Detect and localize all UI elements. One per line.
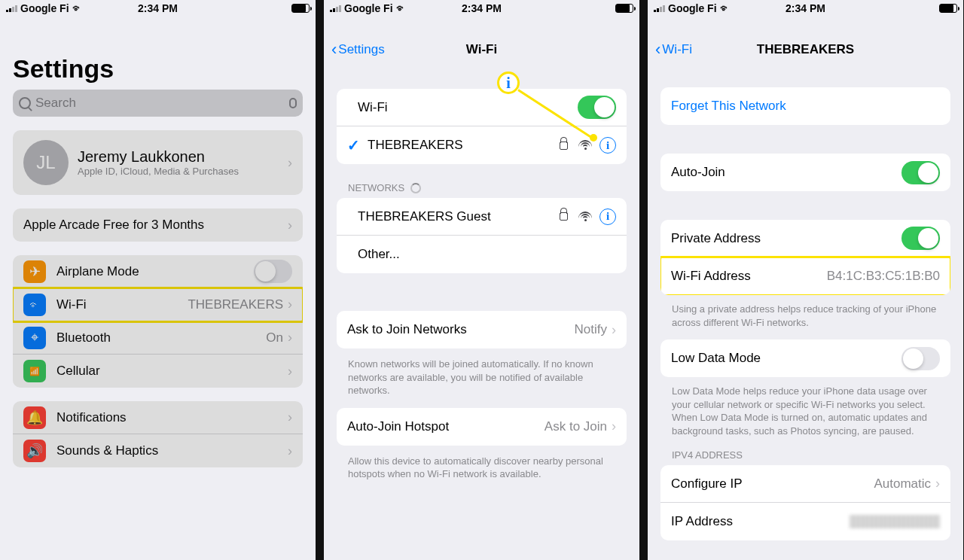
auto-hotspot-footer: Allow this device to automatically disco… bbox=[324, 450, 639, 492]
signal-icon bbox=[6, 5, 17, 12]
wifi-address-cell: Wi-Fi Address B4:1C:B3:C5:1B:B0 bbox=[660, 257, 950, 295]
notifications-icon: 🔔 bbox=[23, 406, 46, 429]
chevron-icon: › bbox=[288, 364, 292, 379]
wifi-toggle-cell: Wi-Fi bbox=[337, 89, 627, 126]
bluetooth-value: On bbox=[266, 330, 283, 345]
time-label: 2:34 PM bbox=[138, 2, 178, 14]
notifications-label: Notifications bbox=[56, 410, 283, 425]
back-button[interactable]: ‹ Settings bbox=[331, 40, 385, 59]
auto-join-label: Auto-Join bbox=[671, 165, 901, 180]
spinner-icon bbox=[410, 183, 421, 193]
chevron-icon: › bbox=[288, 409, 292, 425]
phone-1-settings: Google Fi ᯤ 2:34 PM Settings Search JL J… bbox=[0, 0, 316, 560]
chevron-icon: › bbox=[935, 476, 940, 492]
notifications-cell[interactable]: 🔔 Notifications › bbox=[13, 401, 303, 434]
configure-ip-cell[interactable]: Configure IP Automatic › bbox=[660, 465, 950, 503]
airplane-cell[interactable]: ✈ Airplane Mode bbox=[13, 255, 303, 288]
airplane-label: Airplane Mode bbox=[56, 264, 254, 279]
callout-dot bbox=[590, 134, 597, 142]
nav-bar: ‹ Settings Wi-Fi bbox=[324, 33, 639, 66]
status-bar: Google Fi ᯤ 2:34 PM bbox=[648, 0, 963, 17]
cellular-label: Cellular bbox=[56, 364, 283, 379]
back-button[interactable]: ‹ Wi-Fi bbox=[655, 40, 692, 59]
network-cell-guest[interactable]: THEBREAKERS Guest i bbox=[337, 198, 627, 236]
profile-subtitle: Apple ID, iCloud, Media & Purchases bbox=[78, 166, 283, 177]
configure-ip-label: Configure IP bbox=[671, 476, 874, 492]
ask-join-label: Ask to Join Networks bbox=[347, 322, 575, 337]
back-label: Settings bbox=[338, 42, 384, 57]
phone-3-network-detail: Google Fi ᯤ 2:34 PM ‹ Wi-Fi THEBREAKERS … bbox=[648, 0, 963, 560]
lock-icon bbox=[560, 142, 568, 150]
wifi-status-icon: ᯤ bbox=[396, 2, 407, 14]
low-data-toggle[interactable] bbox=[901, 347, 940, 370]
promo-cell[interactable]: Apple Arcade Free for 3 Months › bbox=[13, 208, 303, 242]
low-data-footer: Low Data Mode helps reduce your iPhone d… bbox=[648, 380, 963, 448]
carrier-label: Google Fi bbox=[20, 2, 69, 14]
configure-ip-value: Automatic bbox=[874, 476, 931, 492]
battery-icon bbox=[939, 4, 957, 13]
wifi-toggle[interactable] bbox=[578, 96, 616, 119]
page-title: Settings bbox=[0, 17, 316, 90]
airplane-icon: ✈ bbox=[23, 260, 46, 283]
callout-info-icon: i bbox=[497, 72, 520, 94]
search-input[interactable]: Search bbox=[13, 90, 303, 117]
private-address-label: Private Address bbox=[671, 231, 901, 246]
bluetooth-label: Bluetooth bbox=[56, 330, 266, 345]
time-label: 2:34 PM bbox=[462, 2, 502, 14]
carrier-label: Google Fi bbox=[668, 2, 717, 14]
search-placeholder: Search bbox=[35, 96, 285, 111]
mic-icon[interactable] bbox=[289, 98, 297, 108]
low-data-cell: Low Data Mode bbox=[660, 339, 950, 377]
network-name: THEBREAKERS Guest bbox=[347, 209, 560, 224]
time-label: 2:34 PM bbox=[786, 2, 825, 14]
forget-network-cell[interactable]: Forget This Network bbox=[660, 87, 950, 125]
other-label: Other... bbox=[347, 247, 616, 262]
phone-2-wifi-list: Google Fi ᯤ 2:34 PM ‹ Settings Wi-Fi i W… bbox=[324, 0, 639, 560]
back-chevron-icon: ‹ bbox=[655, 40, 660, 59]
sounds-label: Sounds & Haptics bbox=[56, 443, 283, 458]
settings-content: Settings Search JL Jeremy Laukkonen Appl… bbox=[0, 17, 316, 467]
ip-address-value-redacted bbox=[850, 515, 940, 528]
wifi-signal-icon bbox=[578, 140, 592, 151]
ask-join-footer: Known networks will be joined automatica… bbox=[324, 353, 639, 408]
nav-title: THEBREAKERS bbox=[757, 42, 854, 57]
chevron-icon: › bbox=[288, 330, 292, 345]
info-button[interactable]: i bbox=[599, 137, 616, 154]
other-network-cell[interactable]: Other... bbox=[337, 236, 627, 273]
promo-label: Apple Arcade Free for 3 Months bbox=[23, 218, 283, 233]
status-bar: Google Fi ᯤ 2:34 PM bbox=[324, 0, 639, 17]
auto-hotspot-label: Auto-Join Hotspot bbox=[347, 419, 545, 434]
auto-join-cell: Auto-Join bbox=[660, 154, 950, 191]
auto-hotspot-cell[interactable]: Auto-Join Hotspot Ask to Join › bbox=[337, 408, 627, 446]
ask-join-value: Notify bbox=[575, 322, 607, 337]
ask-to-join-cell[interactable]: Ask to Join Networks Notify › bbox=[337, 311, 627, 348]
airplane-toggle[interactable] bbox=[254, 260, 292, 283]
wifi-address-label: Wi-Fi Address bbox=[671, 269, 827, 284]
chevron-icon: › bbox=[612, 322, 616, 338]
private-address-footer: Using a private address helps reduce tra… bbox=[648, 298, 963, 339]
sounds-cell[interactable]: 🔊 Sounds & Haptics › bbox=[13, 434, 303, 467]
networks-header: NETWORKS bbox=[324, 178, 639, 198]
chevron-icon: › bbox=[288, 443, 292, 459]
forget-label: Forget This Network bbox=[671, 99, 786, 114]
private-address-toggle[interactable] bbox=[901, 227, 940, 250]
info-button[interactable]: i bbox=[599, 208, 616, 225]
ip-address-label: IP Address bbox=[671, 514, 850, 529]
back-chevron-icon: ‹ bbox=[331, 40, 337, 59]
carrier-label: Google Fi bbox=[344, 2, 393, 14]
profile-name: Jeremy Laukkonen bbox=[78, 148, 283, 166]
wifi-status-icon: ᯤ bbox=[720, 2, 731, 14]
lock-icon bbox=[560, 212, 568, 221]
wifi-signal-icon bbox=[578, 212, 592, 222]
chevron-icon: › bbox=[288, 218, 292, 233]
auto-join-toggle[interactable] bbox=[901, 161, 940, 184]
wifi-cell[interactable]: ᯤ Wi-Fi THEBREAKERS › bbox=[13, 288, 303, 321]
wifi-icon: ᯤ bbox=[23, 294, 46, 316]
signal-icon bbox=[330, 5, 341, 12]
nav-bar: ‹ Wi-Fi THEBREAKERS bbox=[648, 33, 963, 66]
wifi-label: Wi-Fi bbox=[56, 297, 188, 312]
low-data-label: Low Data Mode bbox=[671, 351, 901, 366]
cellular-cell[interactable]: 📶 Cellular › bbox=[13, 355, 303, 388]
bluetooth-cell[interactable]: ⌖ Bluetooth On › bbox=[13, 321, 303, 355]
profile-cell[interactable]: JL Jeremy Laukkonen Apple ID, iCloud, Me… bbox=[13, 130, 303, 195]
